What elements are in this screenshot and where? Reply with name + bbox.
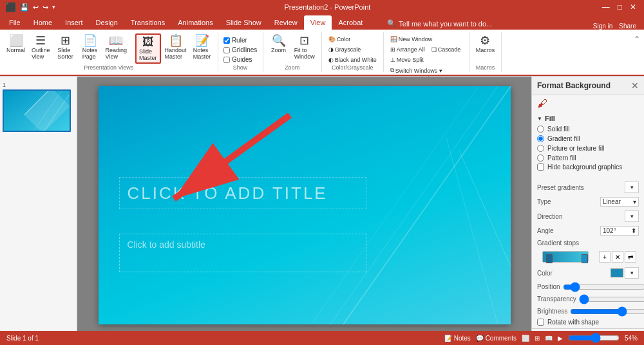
pattern-fill-option[interactable]: Pattern fill (537, 154, 639, 162)
move-split-label: Move Split (397, 57, 424, 63)
comments-button[interactable]: 💬 Comments (476, 335, 516, 342)
quick-access-undo[interactable]: ↩ (33, 3, 39, 12)
main-area: 1 (0, 77, 644, 334)
solid-fill-option[interactable]: Solid fill (537, 125, 639, 133)
normal-view-icon: ⬜ (9, 35, 23, 46)
color-button[interactable]: 🎨 Color (326, 35, 354, 44)
format-background-close-button[interactable]: ✕ (631, 80, 639, 91)
brightness-label: Brightness (537, 308, 567, 315)
zoom-button[interactable]: 🔍 Zoom (267, 33, 290, 55)
tab-slideshow[interactable]: Slide Show (220, 15, 268, 30)
slide-subtitle-placeholder[interactable]: Click to add subtitle (119, 234, 366, 272)
move-split-button[interactable]: ⊥ Move Split (388, 55, 426, 64)
view-sorter-icon[interactable]: ⊞ (535, 335, 540, 342)
reverse-gradient-button[interactable]: ⇄ (625, 251, 636, 263)
signin-button[interactable]: Sign in (593, 23, 613, 30)
transparency-slider[interactable] (579, 297, 644, 302)
picture-fill-option[interactable]: Picture or texture fill (537, 144, 639, 153)
gridlines-checkbox[interactable]: Gridlines (222, 46, 258, 54)
hide-bg-graphics-option[interactable]: Hide background graphics (537, 163, 639, 171)
grayscale-button[interactable]: ◑ Grayscale (326, 45, 364, 54)
view-normal-icon[interactable]: ⬜ (522, 335, 529, 342)
gradient-stop-handle-1[interactable] (546, 254, 553, 263)
view-reading-icon[interactable]: 📖 (545, 335, 553, 342)
new-window-button[interactable]: 🪟 New Window (388, 35, 435, 44)
fit-to-window-icon: ⊡ (299, 35, 309, 46)
tab-file[interactable]: File (3, 15, 27, 30)
preset-gradients-label: Preset gradients (537, 184, 584, 191)
angle-input[interactable]: 102° ⬍ (600, 226, 639, 236)
reading-view-icon: 📖 (109, 35, 123, 46)
gradient-fill-option[interactable]: Gradient fill (537, 135, 639, 143)
format-background-panel: Format Background ✕ 🖌 ▼ Fill Solid fill … (531, 77, 644, 334)
guides-checkbox[interactable]: Guides (222, 55, 254, 64)
brightness-row: Brightness 64% (532, 305, 644, 317)
notes-button[interactable]: 📝 Notes (444, 335, 471, 342)
slide-info: Slide 1 of 1 (6, 335, 39, 342)
slide-title-text: CLICK TO ADD TITLE (128, 183, 328, 203)
slide-thumbnail-1[interactable] (3, 89, 71, 132)
tab-review[interactable]: Review (268, 15, 304, 30)
type-row: Type Linear ▾ (532, 195, 644, 209)
quick-access-redo[interactable]: ↪ (43, 3, 48, 12)
reading-view-button[interactable]: 📖 ReadingView (103, 33, 130, 61)
gradient-stops-label: Gradient stops (537, 239, 579, 247)
notes-page-button[interactable]: 📄 NotesPage (79, 33, 102, 61)
share-button[interactable]: Share (619, 23, 636, 30)
ribbon-collapse-button[interactable]: ⌃ (634, 35, 640, 44)
close-button[interactable]: ✕ (627, 3, 639, 12)
position-slider[interactable] (563, 284, 644, 290)
tab-transitions[interactable]: Transitions (124, 15, 171, 30)
normal-view-button[interactable]: ⬜ Normal (4, 33, 28, 55)
maximize-button[interactable]: □ (615, 3, 625, 12)
ruler-checkbox[interactable]: Ruler (222, 36, 249, 44)
tab-design[interactable]: Design (90, 15, 124, 30)
cascade-button[interactable]: ❑ Cascade (429, 45, 464, 54)
notes-master-button[interactable]: 📝 NotesMaster (191, 33, 214, 61)
ribbon-group-presentation-views: ⬜ Normal ☰ OutlineView ⊞ SlideSorter 📄 N… (0, 32, 218, 72)
slide-master-label: SlideMaster (139, 48, 157, 61)
black-white-button[interactable]: ◐ Black and White (326, 55, 379, 64)
slide-master-button[interactable]: 🖼 SlideMaster (135, 33, 161, 64)
quick-access-save[interactable]: 💾 (20, 3, 29, 12)
zoom-slider[interactable] (568, 333, 620, 343)
gradient-stop-handle-2[interactable] (582, 254, 588, 263)
gradient-stops-bar[interactable] (542, 251, 589, 263)
slide-sorter-button[interactable]: ⊞ SlideSorter (54, 33, 77, 61)
presentation-views-buttons: ⬜ Normal ☰ OutlineView ⊞ SlideSorter 📄 N… (4, 32, 214, 64)
outline-view-button[interactable]: ☰ OutlineView (29, 33, 53, 61)
titlebar: ⬛ 💾 ↩ ↪ ▾ Presentation2 - PowerPoint — □… (0, 0, 644, 14)
handout-master-icon: 📋 (169, 35, 183, 46)
add-gradient-stop-button[interactable]: + (599, 251, 611, 263)
slide-title-placeholder[interactable]: CLICK TO ADD TITLE (119, 177, 366, 209)
fill-collapse-icon[interactable]: ▼ (537, 116, 542, 122)
handout-master-button[interactable]: 📋 HandoutMaster (162, 33, 189, 61)
switch-windows-button[interactable]: ⧉ Switch Windows ▾ (388, 66, 445, 75)
minimize-button[interactable]: — (600, 3, 612, 12)
tab-view[interactable]: View (304, 15, 332, 30)
angle-spinner[interactable]: ⬍ (631, 227, 636, 234)
rotate-with-shape-option[interactable]: Rotate with shape (532, 317, 644, 327)
tab-home[interactable]: Home (27, 15, 59, 30)
format-background-header: Format Background ✕ (532, 77, 644, 95)
fit-to-window-button[interactable]: ⊡ Fit toWindow (292, 33, 317, 61)
color-dropdown[interactable]: ▾ (625, 267, 639, 279)
ribbon-group-window: 🪟 New Window ⊞ Arrange All ❑ Cascade ⊥ M… (384, 32, 469, 72)
macros-button[interactable]: ⚙ Macros (473, 33, 498, 55)
preset-gradients-dropdown[interactable]: ▾ (625, 182, 639, 193)
slide-show-icon[interactable]: ▶ (558, 335, 563, 342)
tab-insert[interactable]: Insert (59, 15, 90, 30)
slide-canvas[interactable]: CLICK TO ADD TITLE Click to add subtitle (99, 86, 511, 324)
color-swatch[interactable] (611, 268, 623, 277)
brightness-slider[interactable] (570, 309, 644, 314)
canvas-area: CLICK TO ADD TITLE Click to add subtitle (77, 77, 531, 334)
tab-animations[interactable]: Animations (171, 15, 219, 30)
type-dropdown[interactable]: Linear ▾ (600, 197, 639, 207)
direction-dropdown[interactable]: ▾ (625, 210, 639, 222)
reading-view-label: ReadingView (106, 47, 128, 60)
tab-acrobat[interactable]: Acrobat (332, 15, 369, 30)
remove-gradient-stop-button[interactable]: ✕ (612, 251, 623, 263)
format-background-paint-icon: 🖌 (537, 98, 639, 109)
arrange-all-button[interactable]: ⊞ Arrange All (388, 45, 428, 54)
black-white-label: Black and White (335, 57, 377, 63)
